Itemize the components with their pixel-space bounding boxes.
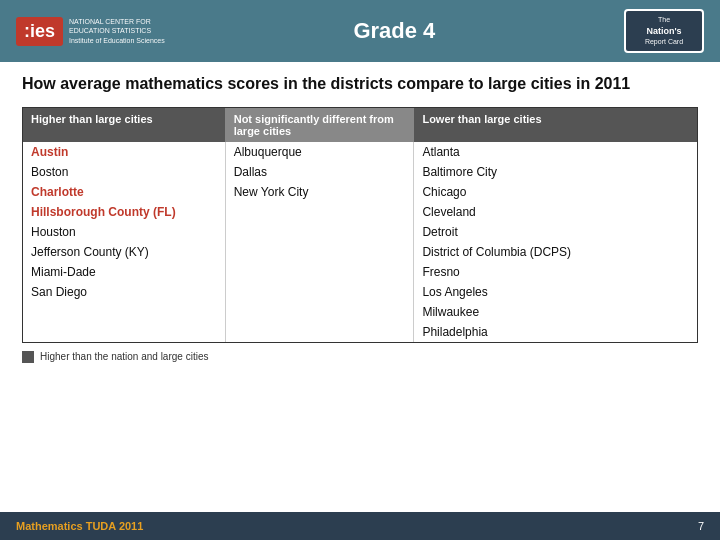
higher-city-cell: Houston	[23, 222, 225, 242]
higher-city-cell	[23, 322, 225, 342]
higher-city-cell: Charlotte	[23, 182, 225, 202]
not-sig-city-cell	[225, 242, 414, 262]
page-title: Grade 4	[165, 18, 624, 44]
higher-city-cell: Boston	[23, 162, 225, 182]
lower-city-cell: Detroit	[414, 222, 697, 242]
higher-city-cell: San Diego	[23, 282, 225, 302]
lower-city-cell: Baltimore City	[414, 162, 697, 182]
not-sig-city-cell	[225, 302, 414, 322]
table-row: San DiegoLos Angeles	[23, 282, 697, 302]
table-row: BostonDallasBaltimore City	[23, 162, 697, 182]
table-row: Miami-DadeFresno	[23, 262, 697, 282]
col-higher-header: Higher than large cities	[23, 108, 225, 142]
lower-city-cell: Atlanta	[414, 142, 697, 162]
table-row: Hillsborough County (FL)Cleveland	[23, 202, 697, 222]
lower-city-cell: Cleveland	[414, 202, 697, 222]
footer-label: Mathematics TUDA 2011	[16, 520, 143, 532]
footer-page: 7	[698, 520, 704, 532]
legend-box	[22, 351, 34, 363]
not-sig-city-cell: Albuquerque	[225, 142, 414, 162]
not-sig-city-cell: New York City	[225, 182, 414, 202]
higher-city-cell: Jefferson County (KY)	[23, 242, 225, 262]
higher-city-cell: Miami-Dade	[23, 262, 225, 282]
not-sig-city-cell	[225, 202, 414, 222]
main-content: How average mathematics scores in the di…	[0, 62, 720, 377]
table-row: Jefferson County (KY)District of Columbi…	[23, 242, 697, 262]
higher-city-cell	[23, 302, 225, 322]
lower-city-cell: Los Angeles	[414, 282, 697, 302]
page-subtitle: How average mathematics scores in the di…	[22, 74, 698, 95]
table-row: HoustonDetroit	[23, 222, 697, 242]
table-row: CharlotteNew York CityChicago	[23, 182, 697, 202]
lower-city-cell: Philadelphia	[414, 322, 697, 342]
col-not-sig-header: Not significantly different from large c…	[225, 108, 414, 142]
table-row: Milwaukee	[23, 302, 697, 322]
comparison-table-container: Higher than large cities Not significant…	[22, 107, 698, 343]
higher-city-cell: Hillsborough County (FL)	[23, 202, 225, 222]
not-sig-city-cell	[225, 262, 414, 282]
not-sig-city-cell	[225, 282, 414, 302]
table-row: AustinAlbuquerqueAtlanta	[23, 142, 697, 162]
higher-city-cell: Austin	[23, 142, 225, 162]
footer: Mathematics TUDA 2011 7	[0, 512, 720, 540]
legend: Higher than the nation and large cities	[22, 351, 698, 363]
nrc-logo: The Nation's Report Card	[624, 9, 704, 53]
legend-text: Higher than the nation and large cities	[40, 351, 208, 362]
lower-city-cell: Milwaukee	[414, 302, 697, 322]
ies-subtext: NATIONAL CENTER FOR EDUCATION STATISTICS…	[69, 17, 165, 44]
col-lower-header: Lower than large cities	[414, 108, 697, 142]
table-row: Philadelphia	[23, 322, 697, 342]
lower-city-cell: Fresno	[414, 262, 697, 282]
comparison-table: Higher than large cities Not significant…	[23, 108, 697, 342]
ies-logo: :ies NATIONAL CENTER FOR EDUCATION STATI…	[16, 17, 165, 46]
not-sig-city-cell: Dallas	[225, 162, 414, 182]
lower-city-cell: District of Columbia (DCPS)	[414, 242, 697, 262]
not-sig-city-cell	[225, 322, 414, 342]
ies-icon: :ies	[16, 17, 63, 46]
header: :ies NATIONAL CENTER FOR EDUCATION STATI…	[0, 0, 720, 62]
not-sig-city-cell	[225, 222, 414, 242]
lower-city-cell: Chicago	[414, 182, 697, 202]
